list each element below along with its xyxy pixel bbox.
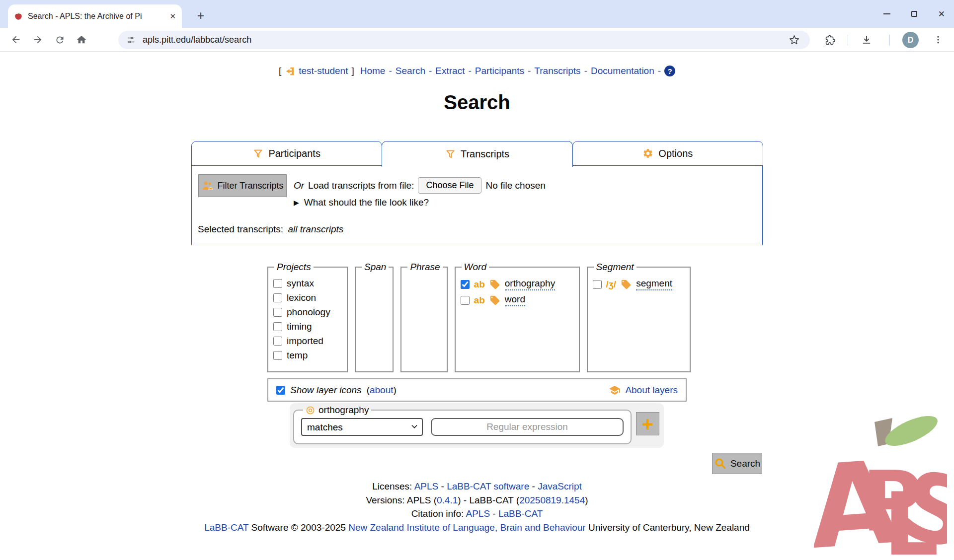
word-layer-label[interactable]: word [505, 294, 525, 306]
people-icon [201, 180, 213, 192]
back-icon[interactable] [8, 32, 24, 48]
about-layers-link[interactable]: About layers [625, 385, 678, 396]
help-icon[interactable]: ? [664, 66, 675, 76]
window-minimize-icon[interactable] [883, 13, 890, 14]
nav-separator: - [389, 66, 392, 76]
citation-apls-link[interactable]: APLS [466, 508, 490, 519]
search-tabs: Participants Transcripts Options [191, 141, 763, 166]
profile-avatar[interactable]: D [902, 32, 919, 48]
window-maximize-icon[interactable] [911, 11, 917, 17]
citation-label: Citation info: [411, 508, 464, 519]
nav-separator: - [658, 66, 661, 76]
segment-layer-label[interactable]: segment [636, 278, 672, 290]
license-apls-link[interactable]: APLS [414, 481, 439, 491]
nav-link-documentation[interactable]: Documentation [591, 66, 654, 76]
paren: ) [394, 385, 397, 395]
matrix-controls: matches [301, 418, 624, 436]
tab-participants[interactable]: Participants [191, 141, 382, 166]
project-timing-checkbox[interactable] [273, 322, 282, 331]
browser-tab-strip: Search - APLS: the Archive of Pi ✕ + ✕ [0, 0, 954, 28]
citation-labbcat-link[interactable]: LaBB-CAT [498, 508, 543, 519]
filter-transcripts-label: Filter Transcripts [217, 181, 283, 191]
versions-suffix: ) [585, 495, 588, 505]
versions-mid: ) - LaBB-CAT ( [458, 495, 519, 505]
project-syntax-checkbox[interactable] [273, 279, 282, 288]
tab-close-icon[interactable]: ✕ [169, 12, 176, 21]
page-content: [ test-student ] Home - Search - Extract… [0, 52, 954, 560]
nav-link-home[interactable]: Home [360, 66, 386, 76]
word-checkbox[interactable] [461, 296, 470, 305]
orthography-matrix-legend: orthography [303, 405, 371, 416]
extensions-icon[interactable] [822, 32, 838, 48]
url-text[interactable]: apls.pitt.edu/labbcat/search [143, 35, 251, 45]
labbcat-version-link[interactable]: 20250819.1454 [519, 495, 585, 505]
segment-fieldset: Segment /ʒ/ segment [587, 262, 691, 372]
copyright-line: LaBB-CAT Software © 2003-2025 New Zealan… [0, 521, 954, 535]
nav-user-link[interactable]: test-student [299, 66, 348, 76]
apls-version-link[interactable]: 0.4.1 [437, 495, 458, 505]
nav-link-transcripts[interactable]: Transcripts [534, 66, 580, 76]
window-close-icon[interactable]: ✕ [938, 9, 945, 19]
nzilbb-link[interactable]: New Zealand Institute of Language, Brain… [348, 522, 585, 533]
reload-icon[interactable] [52, 32, 68, 48]
no-file-chosen-text: No file chosen [485, 180, 545, 191]
license-labbcat-link[interactable]: LaBB-CAT software [447, 481, 529, 491]
new-tab-button[interactable]: + [193, 8, 209, 24]
funnel-icon [445, 149, 456, 159]
pattern-input[interactable] [431, 418, 624, 436]
search-button[interactable]: Search [712, 453, 762, 474]
nav-link-extract[interactable]: Extract [435, 66, 465, 76]
operator-select[interactable]: matches [301, 418, 423, 436]
home-icon[interactable] [74, 32, 89, 48]
project-label: temp [287, 350, 308, 361]
project-row: timing [273, 321, 343, 332]
nav-link-participants[interactable]: Participants [475, 66, 524, 76]
nav-separator: - [584, 66, 587, 76]
project-imported-checkbox[interactable] [273, 337, 282, 346]
selected-transcripts-row: Selected transcripts: all transcripts [198, 224, 343, 235]
site-nav: [ test-student ] Home - Search - Extract… [0, 66, 954, 76]
tab-options[interactable]: Options [572, 141, 763, 166]
bookmark-star-icon[interactable] [786, 32, 802, 48]
show-layer-icons-checkbox[interactable] [276, 386, 285, 395]
browser-tab[interactable]: Search - APLS: the Archive of Pi ✕ [8, 4, 182, 28]
nav-link-search[interactable]: Search [396, 66, 425, 76]
filter-transcripts-button[interactable]: Filter Transcripts [198, 174, 287, 197]
orthography-checkbox[interactable] [461, 280, 470, 289]
project-row: imported [273, 336, 343, 347]
citation-line: Citation info: APLS - LaBB-CAT [0, 507, 954, 521]
page-footer: Licenses: APLS - LaBB-CAT software - Jav… [0, 480, 954, 534]
search-button-label: Search [730, 458, 760, 469]
nav-separator: - [468, 66, 471, 76]
word-legend: Word [462, 262, 489, 273]
about-link[interactable]: about [370, 385, 394, 395]
site-settings-icon[interactable] [126, 35, 136, 45]
about-link-wrap: (about) [367, 385, 397, 396]
project-lexicon-checkbox[interactable] [273, 293, 282, 302]
downloads-icon[interactable] [859, 32, 874, 48]
choose-file-button[interactable]: Choose File [418, 177, 481, 194]
toolbar-divider [848, 35, 848, 46]
project-label: timing [287, 321, 312, 332]
url-bar[interactable]: apls.pitt.edu/labbcat/search [118, 31, 810, 49]
project-temp-checkbox[interactable] [273, 351, 282, 360]
license-javascript-link[interactable]: JavaScript [538, 481, 582, 491]
toolbar-divider [889, 35, 890, 46]
tab-transcripts[interactable]: Transcripts [382, 141, 572, 167]
copyright-text: Software © 2003-2025 [251, 522, 346, 533]
project-phonology-checkbox[interactable] [273, 308, 282, 317]
selected-transcripts-label: Selected transcripts: [198, 224, 283, 234]
orthography-layer-label[interactable]: orthography [505, 278, 555, 290]
segment-checkbox[interactable] [593, 280, 602, 289]
forward-icon[interactable] [30, 32, 46, 48]
labbcat-link[interactable]: LaBB-CAT [204, 522, 248, 533]
tab-options-label: Options [658, 148, 693, 159]
file-format-details[interactable]: ▶ What should the file look like? [294, 197, 429, 208]
licenses-line: Licenses: APLS - LaBB-CAT software - Jav… [0, 480, 954, 493]
page-title: Search [0, 91, 954, 114]
projects-legend: Projects [274, 262, 314, 273]
logout-icon[interactable] [285, 66, 295, 76]
versions-prefix: Versions: APLS ( [366, 495, 437, 505]
add-row-button[interactable]: + [636, 412, 659, 435]
menu-kebab-icon[interactable] [930, 32, 946, 48]
